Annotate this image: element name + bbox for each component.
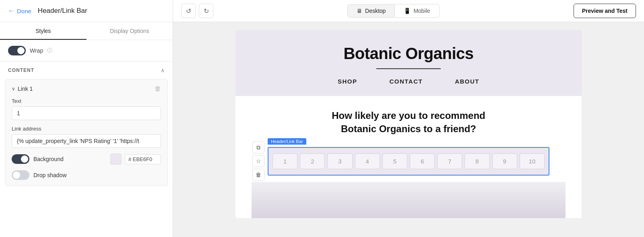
nps-btn-1[interactable]: 1 (272, 153, 297, 169)
text-field-label: Text (12, 98, 161, 104)
footer-image (252, 182, 566, 218)
info-icon: ⓘ (47, 47, 52, 54)
background-row: Background (12, 153, 161, 165)
tab-styles[interactable]: Styles (0, 22, 87, 40)
delete-link-icon[interactable]: 🗑 (155, 85, 161, 92)
nps-btn-9[interactable]: 9 (492, 153, 517, 169)
site-header: Botanic Organics SHOP CONTACT ABOUT (235, 30, 582, 96)
copy-button[interactable]: ⧉ (252, 141, 264, 153)
monitor-icon: 🖥 (357, 8, 362, 14)
link-bar-wrapper: ⧉ ☆ 🗑 Header/Link Bar 1 2 3 4 5 6 7 8 (268, 147, 549, 176)
nav-shop[interactable]: SHOP (338, 78, 357, 85)
back-arrow-icon: ← (8, 7, 14, 14)
site-title: Botanic Organics (244, 45, 574, 63)
panel-title: Header/Link Bar (38, 7, 87, 15)
section-header: CONTENT ∧ (0, 61, 173, 79)
right-panel: ↺ ↻ 🖥 Desktop 📱 Mobile Preview and Test … (173, 0, 644, 237)
drop-shadow-row: Drop shadow (12, 170, 161, 180)
tabs-bar: Styles Display Options (0, 22, 173, 40)
wrap-section: Wrap ⓘ (0, 40, 173, 61)
link-address-label: Link address (12, 126, 161, 132)
nps-btn-3[interactable]: 3 (327, 153, 352, 169)
nps-btn-6[interactable]: 6 (410, 153, 435, 169)
wrap-toggle[interactable] (8, 46, 26, 55)
mobile-icon: 📱 (404, 8, 411, 14)
done-label: Done (17, 8, 31, 14)
preview-and-test-button[interactable]: Preview and Test (574, 4, 636, 18)
wrap-label: Wrap (30, 47, 43, 54)
color-swatch-row (110, 153, 161, 165)
right-top-bar: ↺ ↻ 🖥 Desktop 📱 Mobile Preview and Test (173, 0, 644, 22)
section-label: CONTENT (8, 67, 34, 73)
nps-btn-2[interactable]: 2 (300, 153, 325, 169)
drop-shadow-toggle[interactable] (12, 170, 29, 180)
nps-btn-4[interactable]: 4 (355, 153, 380, 169)
site-body: How likely are you to recommend Botanic … (235, 96, 582, 218)
nav-about[interactable]: ABOUT (455, 78, 479, 85)
nav-bar: SHOP CONTACT ABOUT (244, 78, 574, 85)
background-toggle[interactable] (12, 154, 29, 164)
device-switcher: 🖥 Desktop 📱 Mobile (347, 4, 440, 18)
link-bar: 1 2 3 4 5 6 7 8 9 10 (268, 147, 549, 176)
link1-header: ∨ Link 1 🗑 (12, 85, 161, 92)
link-address-input[interactable] (12, 134, 161, 148)
color-hex-input[interactable] (125, 154, 161, 164)
trash-button[interactable]: 🗑 (252, 169, 264, 181)
left-panel: ← Done Header/Link Bar Styles Display Op… (0, 0, 173, 237)
color-swatch[interactable] (110, 153, 122, 165)
nps-btn-10[interactable]: 10 (520, 153, 545, 169)
tab-display-options[interactable]: Display Options (87, 22, 173, 40)
page-preview: Botanic Organics SHOP CONTACT ABOUT How … (235, 30, 582, 218)
chevron-up-icon[interactable]: ∧ (161, 67, 165, 74)
nps-btn-5[interactable]: 5 (382, 153, 407, 169)
question-text: How likely are you to recommend Botanic … (320, 109, 497, 136)
top-bar: ← Done Header/Link Bar (0, 0, 173, 22)
chevron-down-icon: ∨ (12, 86, 15, 92)
title-divider (376, 68, 441, 69)
text-input[interactable] (12, 106, 161, 120)
mobile-button[interactable]: 📱 Mobile (395, 4, 439, 17)
done-link[interactable]: ← Done (8, 7, 31, 14)
toolbar-left: ↺ ↻ (181, 4, 213, 18)
float-toolbar: ⧉ ☆ 🗑 (252, 141, 264, 181)
drop-shadow-label: Drop shadow (33, 172, 67, 178)
background-label: Background (33, 156, 64, 162)
canvas: Botanic Organics SHOP CONTACT ABOUT How … (173, 22, 644, 237)
star-button[interactable]: ☆ (252, 155, 264, 167)
link1-title[interactable]: ∨ Link 1 (12, 86, 33, 92)
link-bar-label: Header/Link Bar (268, 138, 306, 145)
redo-button[interactable]: ↻ (199, 4, 213, 18)
nps-btn-7[interactable]: 7 (437, 153, 462, 169)
desktop-button[interactable]: 🖥 Desktop (348, 4, 395, 17)
content-section: CONTENT ∧ ∨ Link 1 🗑 Text Link address (0, 61, 173, 237)
nav-contact[interactable]: CONTACT (389, 78, 423, 85)
nps-btn-8[interactable]: 8 (464, 153, 489, 169)
undo-button[interactable]: ↺ (181, 4, 196, 18)
link1-item: ∨ Link 1 🗑 Text Link address Background (5, 79, 168, 186)
